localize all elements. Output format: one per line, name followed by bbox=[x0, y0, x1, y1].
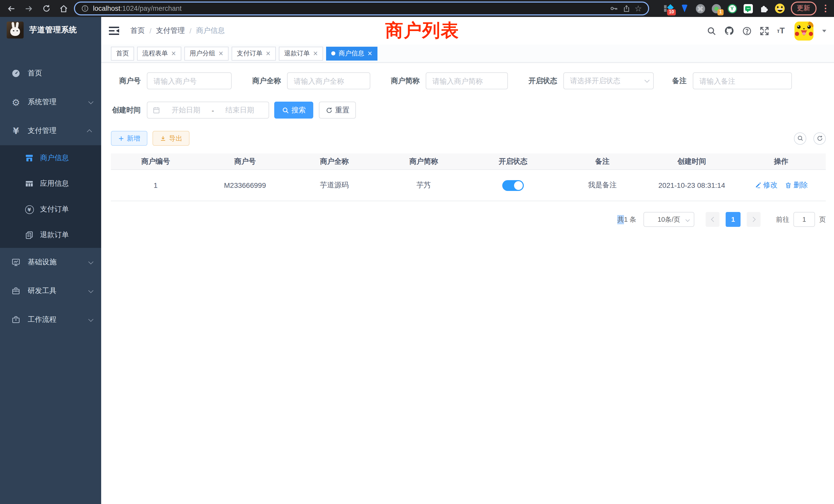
browser-reload-button[interactable] bbox=[40, 2, 52, 15]
sidebar-item-label: 研发工具 bbox=[28, 287, 57, 296]
search-button[interactable]: 搜索 bbox=[274, 101, 313, 118]
tag-refund-order[interactable]: 退款订单× bbox=[279, 46, 323, 60]
refresh-table-button[interactable] bbox=[813, 132, 826, 144]
sidebar-item-dev-tools[interactable]: 研发工具 bbox=[0, 277, 101, 305]
delete-link[interactable]: 删除 bbox=[785, 181, 808, 190]
extension-diamond-icon[interactable]: 10 bbox=[663, 3, 674, 14]
password-key-icon[interactable] bbox=[609, 4, 618, 13]
sidebar-item-pay-order[interactable]: ¥ 支付订单 bbox=[0, 197, 101, 222]
breadcrumb-current: 商户信息 bbox=[196, 26, 225, 36]
browser-home-button[interactable] bbox=[58, 2, 70, 15]
tag-home[interactable]: 首页 bbox=[111, 46, 134, 60]
browser-menu-icon[interactable] bbox=[823, 5, 828, 13]
sidebar-item-system[interactable]: 系统管理 bbox=[0, 88, 101, 116]
sidebar-item-workflow[interactable]: 工作流程 bbox=[0, 305, 101, 334]
toggle-search-button[interactable] bbox=[794, 132, 806, 144]
browser-back-button[interactable] bbox=[5, 2, 18, 15]
tag-merchant-info[interactable]: 商户信息× bbox=[326, 46, 378, 60]
tag-pay-order[interactable]: 支付订单× bbox=[232, 46, 276, 60]
user-avatar[interactable] bbox=[794, 21, 813, 40]
refresh-icon bbox=[325, 107, 332, 114]
sidebar-item-refund-order[interactable]: 退款订单 bbox=[0, 222, 101, 248]
browser-profile-avatar[interactable] bbox=[775, 3, 785, 14]
navbar-actions: тT bbox=[707, 21, 826, 40]
sidebar-item-merchant-info[interactable]: 商户信息 bbox=[0, 145, 101, 171]
font-size-icon[interactable]: тT bbox=[777, 26, 785, 36]
cell-created-at: 2021-10-23 08:31:14 bbox=[647, 181, 737, 189]
sidebar-item-infrastructure[interactable]: 基础设施 bbox=[0, 248, 101, 277]
app-logo-row[interactable]: 芋道管理系统 bbox=[0, 17, 101, 43]
sidebar-menu: 首页 系统管理 ¥ 支付管理 商 bbox=[0, 59, 101, 334]
col-status: 开启状态 bbox=[468, 157, 558, 166]
tags-view: 首页 流程表单× 用户分组× 支付订单× 退款订单× 商户信息× bbox=[101, 45, 834, 63]
storefront-icon bbox=[24, 154, 35, 163]
breadcrumb-payment[interactable]: 支付管理 bbox=[156, 26, 185, 36]
extension-kite-icon[interactable] bbox=[679, 3, 689, 14]
close-icon[interactable]: × bbox=[368, 50, 373, 57]
sidebar-item-payment[interactable]: ¥ 支付管理 bbox=[0, 116, 101, 145]
breadcrumb-home[interactable]: 首页 bbox=[130, 26, 145, 36]
cell-status bbox=[468, 180, 558, 191]
close-icon[interactable]: × bbox=[218, 50, 223, 57]
reset-button[interactable]: 重置 bbox=[319, 101, 356, 118]
sidebar-item-label: 系统管理 bbox=[28, 97, 57, 107]
browser-nav bbox=[5, 2, 70, 15]
extension-command-icon[interactable] bbox=[695, 3, 705, 14]
goto-page-input[interactable] bbox=[793, 212, 815, 227]
gear-icon bbox=[10, 97, 22, 108]
prev-page-button[interactable] bbox=[706, 212, 720, 227]
chevron-down-icon bbox=[644, 77, 650, 83]
search-icon[interactable] bbox=[707, 26, 717, 36]
current-page[interactable]: 1 bbox=[726, 212, 741, 227]
search-icon bbox=[282, 107, 289, 114]
tag-process-form[interactable]: 流程表单× bbox=[137, 46, 181, 60]
bookmark-star-icon[interactable] bbox=[635, 4, 642, 13]
extension-recorder-icon[interactable]: 1 bbox=[711, 3, 721, 14]
extensions-puzzle-icon[interactable] bbox=[759, 3, 769, 14]
fullscreen-icon[interactable] bbox=[760, 26, 769, 36]
filter-row-1: 商户号 商户全称 商户简称 开启状态 请选择开启状态 备注 bbox=[111, 72, 826, 89]
status-select[interactable]: 请选择开启状态 bbox=[563, 72, 654, 89]
merchant-no-input[interactable] bbox=[147, 72, 232, 89]
next-page-button[interactable] bbox=[747, 212, 761, 227]
browser-update-button[interactable]: 更新 bbox=[791, 2, 816, 16]
sidebar-item-app-info[interactable]: 应用信息 bbox=[0, 171, 101, 197]
url-bar[interactable]: localhost:1024/pay/merchant bbox=[74, 2, 649, 16]
sidebar-fold-icon[interactable] bbox=[109, 26, 119, 36]
create-time-label: 创建时间 bbox=[111, 106, 141, 115]
close-icon[interactable]: × bbox=[171, 50, 176, 57]
status-toggle[interactable] bbox=[502, 180, 524, 191]
url-host: localhost bbox=[93, 5, 120, 12]
edit-link[interactable]: 修改 bbox=[754, 181, 777, 190]
total-count: 共1 条 bbox=[617, 215, 636, 224]
chevron-down-icon bbox=[88, 259, 93, 264]
chevron-down-icon bbox=[88, 316, 93, 322]
page-size-select[interactable]: 10条/页 bbox=[643, 212, 694, 227]
sidebar-item-label: 基础设施 bbox=[28, 258, 57, 267]
short-name-input[interactable] bbox=[426, 72, 508, 89]
close-icon[interactable]: × bbox=[265, 50, 271, 57]
share-icon[interactable] bbox=[622, 4, 630, 13]
sidebar-item-home[interactable]: 首页 bbox=[0, 59, 101, 88]
close-icon[interactable]: × bbox=[313, 50, 318, 57]
help-icon[interactable] bbox=[742, 26, 752, 36]
extension-y-icon[interactable]: Y bbox=[727, 3, 737, 14]
browser-forward-button[interactable] bbox=[23, 2, 35, 15]
goto-label: 前往 bbox=[776, 215, 789, 224]
page-unit: 页 bbox=[819, 215, 826, 224]
tag-user-group[interactable]: 用户分组× bbox=[184, 46, 228, 60]
github-icon[interactable] bbox=[724, 26, 734, 36]
remark-input[interactable] bbox=[693, 72, 792, 89]
avatar-caret-icon[interactable] bbox=[822, 29, 826, 32]
site-info-icon[interactable] bbox=[81, 5, 89, 12]
date-range-picker[interactable]: 开始日期 - 结束日期 bbox=[147, 101, 269, 118]
export-button[interactable]: 导出 bbox=[153, 131, 190, 146]
sidebar-item-label: 商户信息 bbox=[40, 154, 69, 163]
app-logo bbox=[7, 21, 24, 38]
full-name-input[interactable] bbox=[287, 72, 370, 89]
extension-badge: 10 bbox=[667, 9, 676, 15]
extension-chat-icon[interactable] bbox=[743, 3, 753, 14]
col-merchant-id: 商户编号 bbox=[111, 157, 200, 166]
add-button[interactable]: 新增 bbox=[111, 131, 147, 146]
table-row: 1 M233666999 芋道源码 芋艿 我是备注 2021-10-23 08:… bbox=[111, 170, 826, 201]
